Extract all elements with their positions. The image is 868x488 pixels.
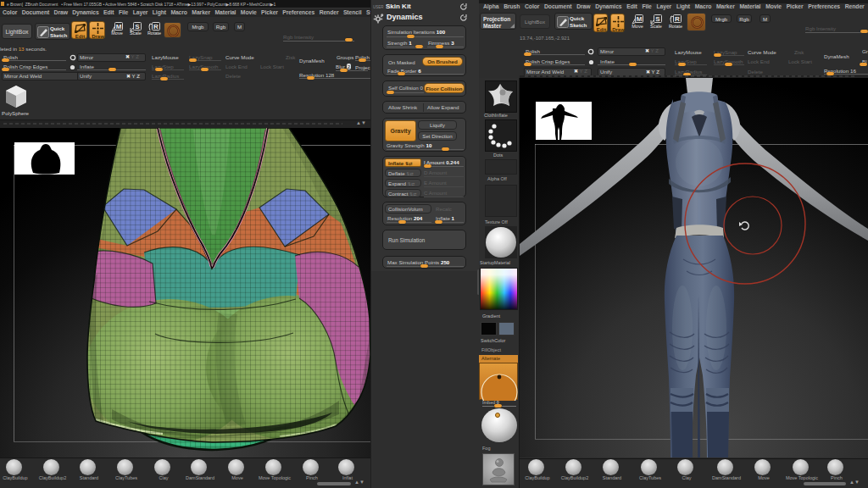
svg-text:R: R [153,23,159,30]
svg-text:S: S [135,23,140,30]
svg-text:S: S [655,15,660,23]
svg-text:R: R [675,15,680,23]
svg-text:M: M [637,15,643,23]
svg-text:M: M [116,23,122,30]
